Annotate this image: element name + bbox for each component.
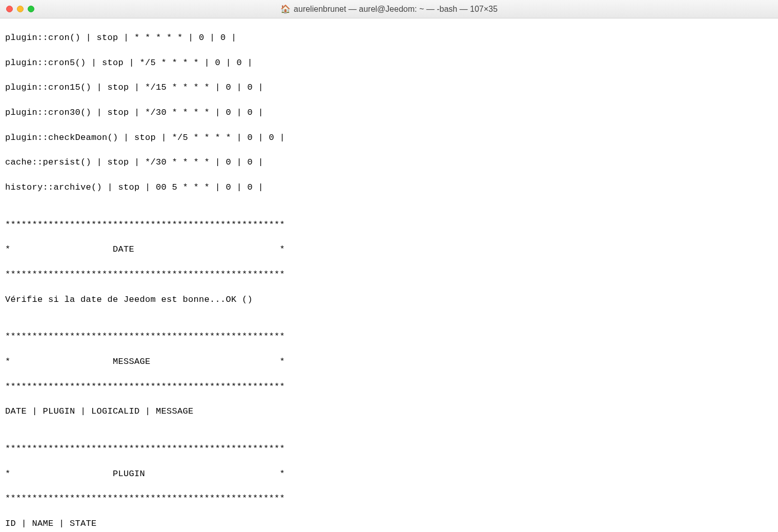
output-line: * DATE * — [5, 243, 773, 256]
output-line: * PLUGIN * — [5, 468, 773, 480]
title-label: aurelienbrunet — aurel@Jeedom: ~ — -bash… — [294, 5, 498, 14]
output-line: ****************************************… — [5, 219, 773, 231]
home-icon: 🏠 — [280, 4, 291, 14]
output-line: plugin::cron5() | stop | */5 * * * * | 0… — [5, 57, 773, 69]
output-line: ****************************************… — [5, 381, 773, 393]
output-line: plugin::cron15() | stop | */15 * * * * |… — [5, 81, 773, 94]
output-line: cache::persist() | stop | */30 * * * * |… — [5, 156, 773, 169]
output-line: ID | NAME | STATE — [5, 518, 773, 530]
output-line: ****************************************… — [5, 269, 773, 281]
terminal-output[interactable]: plugin::cron() | stop | * * * * * | 0 | … — [0, 18, 778, 532]
output-line: * MESSAGE * — [5, 356, 773, 368]
output-line: ****************************************… — [5, 331, 773, 343]
window-controls — [0, 6, 34, 12]
close-button[interactable] — [6, 6, 13, 12]
output-line: DATE | PLUGIN | LOGICALID | MESSAGE — [5, 405, 773, 418]
output-line: plugin::cron() | stop | * * * * * | 0 | … — [5, 32, 773, 44]
output-line: history::archive() | stop | 00 5 * * * |… — [5, 181, 773, 194]
output-line: plugin::checkDeamon() | stop | */5 * * *… — [5, 132, 773, 144]
maximize-button[interactable] — [28, 6, 34, 12]
output-line: ****************************************… — [5, 443, 773, 455]
minimize-button[interactable] — [17, 6, 24, 12]
output-line: ****************************************… — [5, 493, 773, 505]
output-line: plugin::cron30() | stop | */30 * * * * |… — [5, 107, 773, 119]
window-title-bar: 🏠 aurelienbrunet — aurel@Jeedom: ~ — -ba… — [0, 0, 778, 18]
output-line: Vérifie si la date de Jeedom est bonne..… — [5, 294, 773, 306]
window-title: 🏠 aurelienbrunet — aurel@Jeedom: ~ — -ba… — [280, 4, 498, 14]
